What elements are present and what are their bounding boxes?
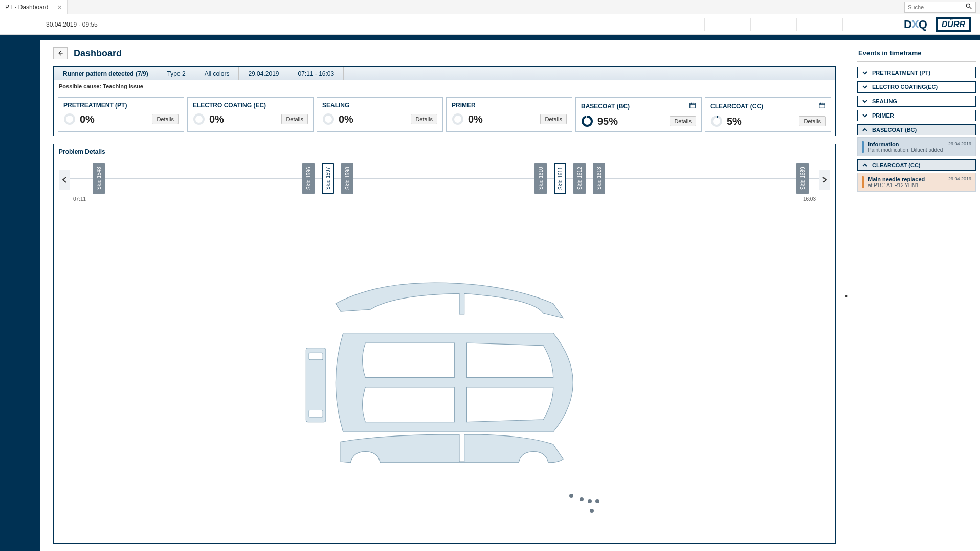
stage-title: PRIMER [452, 102, 476, 109]
event-group-header[interactable]: PRETREATMENT (PT) [857, 67, 976, 78]
car-diagram [54, 202, 835, 543]
skid-marker[interactable]: Skid 1598 [341, 163, 353, 194]
filter-row: Runner pattern detected (7/9) Type 2 All… [54, 67, 835, 80]
workarea: Dashboard Runner pattern detected (7/9) … [40, 40, 980, 551]
dxq-logo: DXQ [904, 18, 927, 31]
skid-marker[interactable]: Skid 1612 [573, 163, 586, 194]
defect-marker[interactable] [569, 494, 573, 498]
event-group-label: SEALING [872, 98, 897, 104]
timeline-labels: 07:11 16:03 [62, 195, 827, 202]
timeline-line [70, 178, 819, 179]
defect-marker[interactable] [588, 499, 592, 503]
svg-line-1 [970, 7, 972, 9]
stage-card-cc: CLEARCOAT (CC)5%Details [705, 97, 831, 132]
header-slot [643, 18, 704, 31]
main-layout: Dashboard Runner pattern detected (7/9) … [0, 40, 980, 551]
details-button[interactable]: Details [670, 116, 696, 126]
timeline: Skid 1548Skid 1596Skid 1597Skid 1598Skid… [54, 159, 835, 202]
event-group-header[interactable]: ELECTRO COATING(EC) [857, 81, 976, 93]
stage-percent: 0% [209, 113, 224, 125]
defect-marker[interactable] [595, 499, 599, 503]
skid-marker[interactable]: Skid 1548 [93, 163, 105, 194]
svg-rect-25 [309, 410, 323, 417]
stage-card-pt: PRETREATMENT (PT)0%Details [58, 97, 184, 132]
skid-marker[interactable]: Skid 1689 [796, 163, 809, 194]
header-slot [842, 18, 888, 31]
stage-cards: PRETREATMENT (PT)0%DetailsELECTRO COATIN… [54, 93, 835, 136]
timeline-start: 07:11 [73, 196, 86, 202]
header-slot [704, 18, 750, 31]
header-slot [750, 18, 796, 31]
details-button[interactable]: Details [799, 116, 826, 126]
skid-marker[interactable]: Skid 1611 [554, 163, 566, 194]
stage-title: PRETREATMENT (PT) [63, 102, 127, 109]
calendar-icon[interactable] [818, 102, 826, 111]
details-button[interactable]: Details [152, 114, 179, 124]
svg-point-7 [324, 114, 333, 124]
summary-panel: Runner pattern detected (7/9) Type 2 All… [53, 66, 836, 136]
event-group-header[interactable]: PRIMER [857, 110, 976, 121]
calendar-icon[interactable] [689, 102, 696, 111]
defect-marker[interactable] [580, 497, 584, 501]
stage-percent: 95% [597, 116, 618, 127]
stage-card-ec: ELECTRO COATING (EC)0%Details [187, 97, 314, 132]
event-desc: Paint modification. Diluent added [868, 147, 971, 153]
chevron-down-icon [862, 70, 868, 76]
accent-bar [0, 35, 980, 40]
event-group-header[interactable]: BASECOAT (BC) [857, 124, 976, 135]
stage-card-se: SEALING0%Details [317, 97, 443, 132]
progress-donut-icon [710, 115, 723, 127]
chevron-down-icon [862, 98, 868, 104]
header-segments [643, 14, 888, 34]
events-column: Events in timeframe PRETREATMENT (PT)ELE… [857, 47, 976, 544]
details-button[interactable]: Details [411, 114, 437, 124]
brand: DXQ DÜRR [888, 17, 980, 32]
progress-donut-icon [322, 113, 335, 125]
event-card[interactable]: Main needle replacedat P1C1A1 R12 YHN129… [857, 173, 976, 192]
event-group-header[interactable]: SEALING [857, 96, 976, 107]
event-group-ec: ELECTRO COATING(EC) [857, 81, 976, 93]
problem-title: Problem Details [54, 144, 835, 159]
car-body-icon [296, 278, 593, 467]
sidebar-collapse-button[interactable]: ▸ [844, 47, 849, 544]
filter-time: 07:11 - 16:03 [288, 67, 344, 80]
close-icon[interactable]: × [58, 3, 62, 11]
svg-point-21 [712, 117, 721, 126]
stage-card-bc: BASECOAT (BC)95%Details [575, 97, 702, 132]
skid-marker[interactable]: Skid 1596 [302, 163, 315, 194]
chevron-left-icon [62, 177, 67, 183]
event-date: 29.04.2019 [948, 141, 971, 146]
page-title: Dashboard [74, 48, 122, 59]
event-card[interactable]: InformationPaint modification. Diluent a… [857, 137, 976, 156]
durr-logo: DÜRR [936, 17, 971, 32]
main-column: Dashboard Runner pattern detected (7/9) … [53, 47, 836, 544]
event-group-label: PRIMER [872, 112, 894, 119]
timeline-prev-button[interactable] [59, 170, 70, 190]
tab-bar: PT - Dashboard × [0, 0, 980, 14]
event-group-bc: BASECOAT (BC)InformationPaint modificati… [857, 124, 976, 156]
back-button[interactable] [53, 47, 68, 59]
svg-point-0 [966, 4, 970, 7]
browser-tab[interactable]: PT - Dashboard × [0, 0, 68, 14]
problem-panel: Problem Details Skid 1548Skid 1596Skid 1… [53, 144, 836, 544]
skid-marker[interactable]: Skid 1610 [534, 163, 547, 194]
search-input[interactable] [908, 4, 962, 10]
svg-rect-17 [819, 103, 825, 108]
stage-percent: 0% [468, 113, 483, 125]
search-box[interactable] [904, 2, 976, 13]
skid-marker[interactable]: Skid 1597 [322, 163, 334, 194]
stage-title: SEALING [322, 102, 349, 109]
event-group-label: CLEARCOAT (CC) [872, 162, 921, 168]
event-date: 29.04.2019 [948, 176, 971, 181]
svg-rect-11 [690, 103, 696, 108]
event-group-header[interactable]: CLEARCOAT (CC) [857, 159, 976, 171]
chevron-up-icon [862, 127, 868, 133]
event-severity-mark [862, 176, 864, 188]
defect-marker[interactable] [590, 509, 594, 513]
details-button[interactable]: Details [281, 114, 308, 124]
skid-marker[interactable]: Skid 1613 [593, 163, 605, 194]
event-severity-mark [862, 141, 864, 153]
details-button[interactable]: Details [540, 114, 567, 124]
search-icon[interactable] [965, 3, 972, 11]
timeline-next-button[interactable] [819, 170, 830, 190]
